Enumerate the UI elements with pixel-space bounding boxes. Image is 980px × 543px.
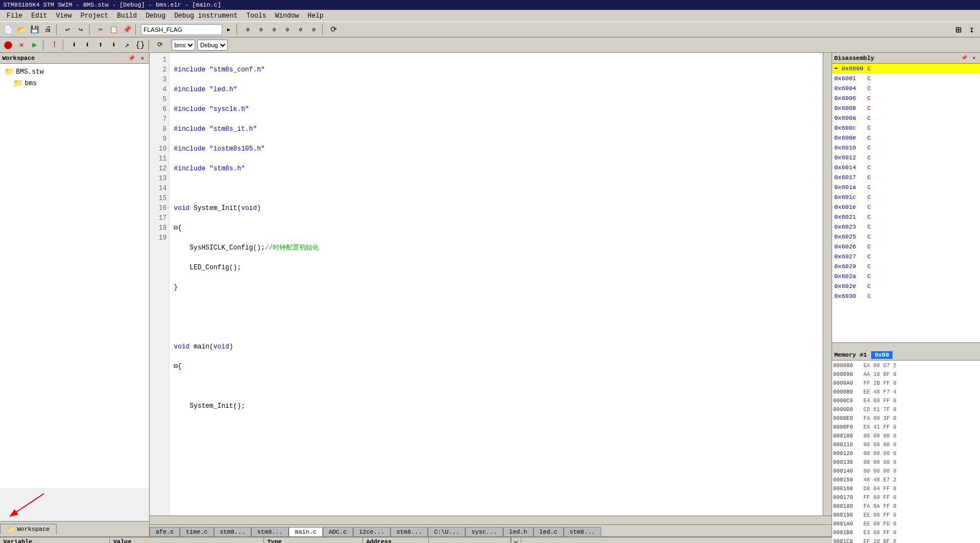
menu-debug-instrument[interactable]: Debug instrument [170,11,242,21]
t2[interactable]: ⚙ [255,24,267,36]
refresh-btn[interactable]: ⟳ [328,24,340,36]
step-over[interactable]: ⬇ [81,39,93,51]
tab-main[interactable]: main.c [289,527,323,536]
cut-btn[interactable]: ✂ [95,24,107,36]
mem-row-2: 0000A0FF 2B FF 0 [833,379,979,388]
download-btn[interactable]: ↧ [966,24,978,36]
tab-sysc[interactable]: sysc... [465,527,503,536]
disasm-row-1[interactable]: 0x6001C [832,74,980,84]
editor-hscrollbar[interactable] [150,516,832,524]
disasm-row-18[interactable]: 0x6026C [832,242,980,252]
step-into[interactable]: ⬇ [68,39,80,51]
print-btn[interactable]: 🖨 [42,24,54,36]
menu-help[interactable]: Help [303,11,328,21]
disasm-val-0: C [867,64,978,73]
project-select[interactable]: bms [172,40,195,51]
tab-cu[interactable]: C:\U... [428,527,465,536]
tab-afe[interactable]: afe.c [150,527,180,536]
tree-child[interactable]: 📁 bms [2,77,147,89]
t4[interactable]: ⚙ [282,24,294,36]
menu-view[interactable]: View [52,11,76,21]
disasm-row-13[interactable]: 0x601cC [832,192,980,202]
disasm-row-11[interactable]: 0x6017C [832,173,980,182]
workspace-tab-btn[interactable]: 📁 Workspace [0,524,57,535]
tab-stm4[interactable]: stm8... [564,527,601,536]
disasm-row-20[interactable]: 0x6029C [832,262,980,272]
debug-stop-red[interactable]: ⬤ [2,39,14,51]
disasm-row-16[interactable]: 0x6023C [832,222,980,232]
flag-go-btn[interactable]: ▶ [223,24,234,36]
menu-project[interactable]: Project [76,11,112,21]
flash-flag-input[interactable]: FLASH_FLAG [141,24,222,35]
debug-run[interactable]: ▶ [29,39,41,51]
menu-build[interactable]: Build [113,11,141,21]
debug-excl[interactable]: ! [48,39,60,51]
tab-ledh[interactable]: led.h [503,527,533,536]
menu-window[interactable]: Window [271,11,303,21]
ws-pin-btn[interactable]: 📌 [127,54,136,63]
save-btn[interactable]: 💾 [29,24,41,36]
step-n[interactable]: ⬇ [108,39,120,51]
disasm-row-10[interactable]: 0x6014C [832,163,980,173]
disasm-row-3[interactable]: 0x6006C [832,93,980,103]
memory-body[interactable]: 000080EA 00 D7 2 000090AA 10 BF 0 0000A0… [832,361,980,543]
disasm-row-6[interactable]: 0x600cC [832,123,980,133]
menu-debug[interactable]: Debug [141,11,170,21]
t6[interactable]: ⚙ [308,24,320,36]
disasm-row-0[interactable]: ➡ 0x6000 C [832,64,980,74]
tab-stm3[interactable]: stm8... [390,527,428,536]
build-all-btn[interactable]: ⊞ [953,24,965,36]
disasm-row-15[interactable]: 0x6021C [832,212,980,222]
undo-btn[interactable]: ↩ [62,24,74,36]
new-btn[interactable]: 📄 [2,24,14,36]
mem-row-9: 00011000 00 00 0 [833,441,979,450]
copy-btn[interactable]: 📋 [108,24,120,36]
debug-stop-x[interactable]: ✕ [15,39,27,51]
trace-btn[interactable]: ⟳ [154,39,166,51]
disasm-row-17[interactable]: 0x6025C [832,232,980,242]
step-out[interactable]: ⬆ [95,39,107,51]
disasm-row-19[interactable]: 0x6027C [832,252,980,262]
disasm-row-23[interactable]: 0x6030C [832,291,980,301]
watch-col-val: Value [110,538,264,543]
t5[interactable]: ⚙ [295,24,307,36]
disasm-row-21[interactable]: 0x602aC [832,272,980,281]
disasm-row-12[interactable]: 0x601aC [832,182,980,192]
sep1 [56,24,59,35]
disasm-pin-btn[interactable]: 📌 [960,54,968,62]
menu-file[interactable]: File [2,11,27,21]
ws-close-btn[interactable]: ✕ [138,54,147,63]
disasm-row-14[interactable]: 0x601eC [832,202,980,212]
disasm-close-btn[interactable]: ✕ [970,54,978,62]
tree-root[interactable]: 📁 BMS.stw [2,66,147,77]
disasm-row-22[interactable]: 0x602eC [832,281,980,291]
tab-time[interactable]: time.c [180,527,214,536]
tab-i2c[interactable]: i2ce... [353,527,390,536]
run-to[interactable]: ↗ [121,39,133,51]
open-btn[interactable]: 📂 [15,24,27,36]
config-select[interactable]: Debug [197,40,228,51]
memory-panel: Memory #1 0x80 000080EA 00 D7 2 000090AA… [832,350,980,543]
disasm-row-9[interactable]: 0x6012C [832,153,980,163]
disasm-row-8[interactable]: 0x6010C [832,143,980,153]
brk-all[interactable]: {} [134,39,146,51]
menu-edit[interactable]: Edit [27,11,52,21]
t3[interactable]: ⚙ [268,24,280,36]
disasm-row-2[interactable]: 0x6004C [832,84,980,93]
tab-adc[interactable]: ADC.c [323,527,353,536]
disasm-row-5[interactable]: 0x600aC [832,113,980,123]
t1[interactable]: ⚙ [242,24,254,36]
tab-stm2[interactable]: stm8... [251,527,289,536]
editor-scrollbar[interactable] [823,53,832,516]
disassembly-body[interactable]: ➡ 0x6000 C 0x6001C 0x6004C 0x6006C 0x600… [832,64,980,342]
watch-panel: Variable Value Type Address ⊟ AFEReg_Las… [0,538,511,543]
tab-ledc[interactable]: led.c [533,527,564,536]
disasm-row-7[interactable]: 0x600eC [832,133,980,143]
disasm-row-4[interactable]: 0x6008C [832,103,980,113]
code-editor[interactable]: #include "stm8s_conf.h" #include "led.h"… [169,53,823,516]
menu-tools[interactable]: Tools [242,11,271,21]
tab-stm1[interactable]: stm8... [214,527,251,536]
redo-btn[interactable]: ↪ [75,24,87,36]
disasm-hscrollbar[interactable] [832,342,980,349]
paste-btn[interactable]: 📌 [121,24,133,36]
